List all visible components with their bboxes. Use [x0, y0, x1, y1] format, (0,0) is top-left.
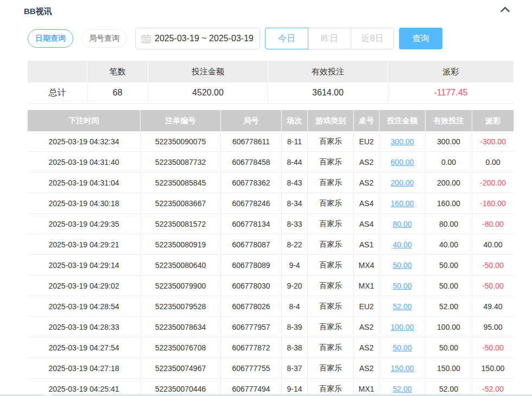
cell-order-number: 522350076708	[141, 337, 221, 357]
cell-round-number: 606778611	[221, 131, 282, 151]
cell-order-number: 522350081572	[141, 214, 221, 234]
cell-game-type: 百家乐	[308, 379, 354, 396]
summary-header-valid-bet: 有效投注	[268, 61, 388, 82]
cell-valid-bet: 150.00	[426, 358, 472, 378]
date-query-tab[interactable]: 日期查询	[28, 29, 73, 48]
cell-session: 8-4	[282, 296, 308, 316]
yesterday-button[interactable]: 昨日	[308, 28, 351, 49]
cell-table-number: AS1	[354, 234, 379, 254]
cell-bet-time: 2025-03-19 04:25:41	[28, 379, 141, 396]
cell-payout: -52.00	[472, 379, 514, 396]
cell-table-number: EU2	[354, 296, 379, 316]
cell-round-number: 606778246	[221, 193, 282, 213]
cell-table-number: AS2	[354, 337, 379, 357]
cell-table-number: AS2	[354, 358, 379, 378]
cell-bet-time: 2025-03-19 04:29:14	[28, 255, 141, 275]
cell-table-number: AS4	[354, 214, 379, 234]
bet-amount-link[interactable]: 50.00	[392, 261, 411, 270]
cell-valid-bet: 100.00	[426, 317, 472, 337]
cell-round-number: 606778026	[221, 296, 282, 316]
bet-amount-link[interactable]: 150.00	[391, 364, 414, 373]
cell-bet-time: 2025-03-19 04:30:18	[28, 193, 141, 213]
round-query-tab[interactable]: 局号查询	[81, 29, 127, 48]
cell-bet-amount: 50.00	[379, 276, 426, 296]
cell-bet-amount: 52.00	[379, 296, 426, 316]
bet-amount-link[interactable]: 40.00	[392, 240, 411, 249]
bet-amount-link[interactable]: 200.00	[391, 178, 414, 187]
cell-game-type: 百家乐	[308, 131, 354, 151]
bet-amount-link[interactable]: 50.00	[392, 343, 411, 352]
cell-session: 8-37	[282, 358, 308, 378]
cell-game-type: 百家乐	[308, 214, 354, 234]
col-header-bet-time: 下注时间	[28, 110, 141, 131]
cell-bet-amount: 160.00	[379, 193, 426, 213]
summary-header-bet-amount: 投注金额	[148, 61, 268, 82]
cell-session: 8-34	[282, 193, 308, 213]
bet-amount-link[interactable]: 600.00	[391, 158, 414, 167]
cell-bet-amount: 50.00	[379, 337, 426, 357]
cell-payout: 49.40	[472, 296, 514, 316]
cell-order-number: 522350085845	[141, 173, 221, 193]
cell-table-number: AS4	[354, 193, 379, 213]
cell-valid-bet: 52.00	[426, 296, 472, 316]
cell-bet-amount: 600.00	[379, 152, 426, 172]
cell-bet-amount: 300.00	[379, 131, 426, 151]
bet-table-row: 2025-03-19 04:28:54522350079528606778026…	[28, 296, 514, 317]
query-button[interactable]: 查询	[399, 28, 442, 49]
cell-round-number: 606777755	[221, 358, 282, 378]
cell-round-number: 606778134	[221, 214, 282, 234]
cell-order-number: 522350083667	[141, 193, 221, 213]
cell-table-number: AS2	[354, 317, 379, 337]
summary-header-count: 笔数	[87, 61, 148, 82]
bet-amount-link[interactable]: 160.00	[391, 199, 414, 208]
cell-bet-amount: 150.00	[379, 358, 426, 378]
summary-payout-value: -1177.45	[388, 82, 514, 103]
cell-order-number: 522350080640	[141, 255, 221, 275]
last-8-days-button[interactable]: 近8日	[351, 28, 394, 49]
quick-range-group: 今日 昨日 近8日	[265, 28, 394, 49]
bet-table-row: 2025-03-19 04:25:41522350070446606777494…	[28, 379, 514, 396]
cell-order-number: 522350087732	[141, 152, 221, 172]
cell-valid-bet: 52.00	[426, 379, 472, 396]
bet-table-row: 2025-03-19 04:32:34522350090075606778611…	[28, 131, 514, 152]
collapse-chevron-icon[interactable]	[501, 7, 510, 12]
bet-amount-link[interactable]: 100.00	[391, 323, 414, 331]
cell-game-type: 百家乐	[308, 276, 354, 296]
bet-table-row: 2025-03-19 04:31:04522350085845606778362…	[28, 173, 514, 193]
cell-round-number: 606778458	[221, 152, 282, 172]
cell-order-number: 522350074967	[141, 358, 221, 378]
cell-order-number: 522350090075	[141, 131, 221, 151]
bet-table-body: 2025-03-19 04:32:34522350090075606778611…	[28, 131, 514, 396]
cell-payout: 0.00	[472, 152, 514, 172]
summary-total-row: 总计 68 4520.00 3614.00 -1177.45	[28, 82, 514, 104]
cell-session: 9-14	[282, 379, 308, 396]
date-range-input[interactable]: 2025-03-19 ~ 2025-03-19	[135, 28, 260, 49]
cell-bet-time: 2025-03-19 04:28:54	[28, 296, 141, 316]
col-header-table-number: 桌号	[354, 110, 379, 131]
cell-valid-bet: 50.00	[426, 255, 472, 275]
cell-table-number: EU2	[354, 131, 379, 151]
cell-session: 8-39	[282, 317, 308, 337]
col-header-round-number: 局号	[221, 110, 282, 131]
bet-table-row: 2025-03-19 04:29:35522350081572606778134…	[28, 214, 514, 234]
cell-round-number: 606777494	[221, 379, 282, 396]
cell-table-number: AS2	[354, 173, 379, 193]
bet-table-row: 2025-03-19 04:30:18522350083667606778246…	[28, 193, 514, 214]
panel-title: BB视讯	[24, 7, 52, 17]
bet-amount-link[interactable]: 52.00	[392, 302, 411, 311]
bet-amount-link[interactable]: 52.00	[392, 385, 411, 393]
bet-table-row: 2025-03-19 04:27:54522350076708606777872…	[28, 337, 514, 358]
cell-valid-bet: 80.00	[426, 214, 472, 234]
cell-bet-amount: 52.00	[379, 379, 426, 396]
bet-table-row: 2025-03-19 04:31:40522350087732606778458…	[28, 152, 514, 173]
bet-amount-link[interactable]: 300.00	[391, 137, 414, 146]
bet-amount-link[interactable]: 80.00	[392, 220, 411, 228]
today-button[interactable]: 今日	[265, 28, 308, 49]
col-header-payout: 派彩	[472, 110, 514, 131]
cell-bet-amount: 40.00	[379, 234, 426, 254]
cell-order-number: 522350078634	[141, 317, 221, 337]
cell-payout: 150.00	[472, 358, 514, 378]
bet-amount-link[interactable]: 50.00	[392, 282, 411, 290]
col-header-game-type: 游戏类别	[308, 110, 354, 131]
cell-bet-time: 2025-03-19 04:29:35	[28, 214, 141, 234]
